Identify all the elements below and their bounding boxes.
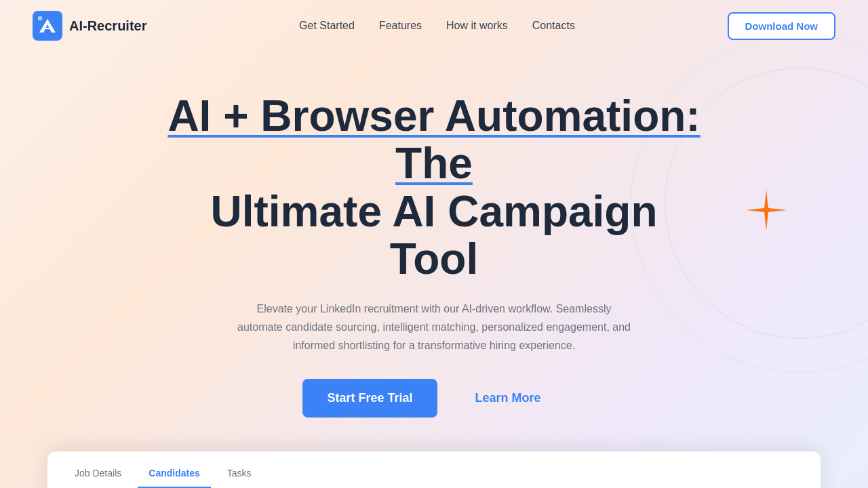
svg-rect-1 — [38, 16, 42, 20]
learn-more-button[interactable]: Learn More — [451, 379, 566, 418]
hero-title-line2: Ultimate AI Campaign Tool — [210, 187, 657, 283]
nav-features[interactable]: Features — [379, 20, 422, 32]
logo-icon — [33, 11, 62, 41]
download-now-button[interactable]: Download Now — [728, 12, 836, 40]
hero-title: AI + Browser Automation: The Ultimate AI… — [163, 92, 705, 283]
nav-contacts[interactable]: Contacts — [532, 20, 575, 32]
tab-candidates[interactable]: Candidates — [138, 462, 210, 488]
hero-buttons: Start Free Trial Learn More — [27, 379, 841, 418]
brand-name: AI-Recruiter — [69, 18, 146, 34]
dashboard-preview: Job Details Candidates Tasks Total 91 ca… — [47, 451, 821, 488]
nav-how-it-works[interactable]: How it works — [446, 20, 508, 32]
logo-area: AI-Recruiter — [33, 11, 146, 41]
tabs-row: Job Details Candidates Tasks — [47, 451, 821, 488]
hero-subtitle: Elevate your LinkedIn recruitment with o… — [237, 300, 631, 355]
tab-job-details[interactable]: Job Details — [64, 462, 132, 488]
header: AI-Recruiter Get Started Features How it… — [0, 0, 868, 52]
hero-section: AI + Browser Automation: The Ultimate AI… — [0, 52, 868, 488]
main-nav: Get Started Features How it works Contac… — [299, 20, 575, 32]
nav-get-started[interactable]: Get Started — [299, 20, 355, 32]
hero-title-line1: AI + Browser Automation: The — [167, 92, 700, 188]
svg-rect-0 — [33, 11, 62, 41]
start-free-trial-button[interactable]: Start Free Trial — [302, 379, 437, 418]
tab-tasks[interactable]: Tasks — [216, 462, 262, 488]
